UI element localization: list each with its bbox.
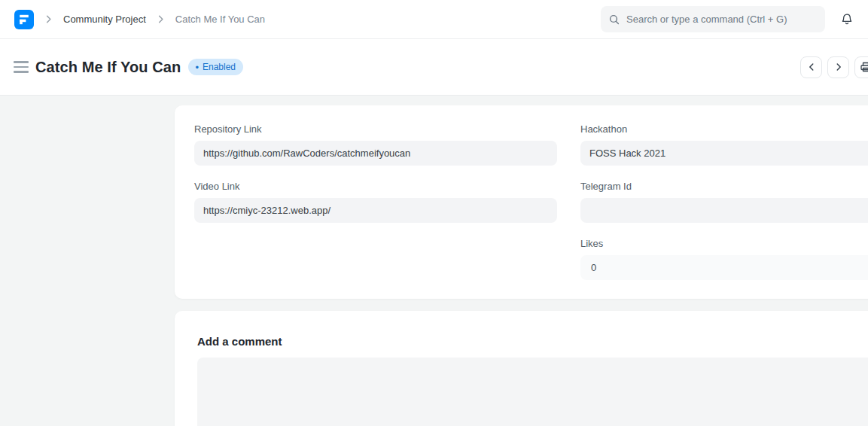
search-icon [608,14,620,26]
page-head: Catch Me If You Can • Enabled [0,39,868,96]
field-likes: Likes 0 [580,238,868,280]
comment-input[interactable] [197,358,868,426]
field-telegram-id: Telegram Id [580,181,868,223]
prev-document-button[interactable] [800,56,822,78]
telegram-id-input[interactable] [580,198,868,223]
comment-section-heading: Add a comment [197,335,868,348]
search-input[interactable] [626,14,818,25]
global-search[interactable] [601,6,825,32]
chevron-left-icon [806,62,817,72]
video-link-input[interactable] [194,198,557,223]
bell-icon [840,13,854,26]
form-column-right: Hackathon Telegram Id Likes 0 [580,123,868,280]
field-label: Repository Link [194,123,557,135]
print-button[interactable] [854,56,868,78]
hackathon-input[interactable] [580,141,868,166]
field-label: Video Link [194,181,557,192]
likes-value: 0 [580,255,868,280]
hamburger-icon [14,61,29,63]
navbar-right [601,6,854,32]
field-hackathon: Hackathon [580,123,868,166]
status-badge: • Enabled [188,59,243,75]
page-head-actions [800,56,868,78]
field-video-link: Video Link [194,181,557,223]
repository-link-input[interactable] [194,141,557,166]
frappe-logo-icon [14,10,34,29]
form-section: Repository Link Video Link Hackathon Tel… [175,105,868,299]
next-document-button[interactable] [827,56,849,78]
page-body: Repository Link Video Link Hackathon Tel… [0,96,868,426]
status-badge-label: Enabled [203,62,236,72]
sidebar-toggle-button[interactable] [14,58,29,76]
breadcrumb-item-community-project[interactable]: Community Project [63,14,146,25]
comment-section: Add a comment [175,311,868,426]
field-label: Hackathon [580,123,868,135]
chevron-right-icon [155,14,166,25]
navbar: Community Project Catch Me If You Can [0,0,868,39]
field-repository-link: Repository Link [194,123,557,166]
form-column-left: Repository Link Video Link [194,123,557,280]
notifications-button[interactable] [840,13,854,26]
field-label: Likes [580,238,868,249]
breadcrumb-item-current: Catch Me If You Can [175,14,265,25]
status-dot: • [195,62,199,72]
printer-icon [860,61,868,73]
field-label: Telegram Id [580,181,868,192]
breadcrumb: Community Project Catch Me If You Can [14,10,265,29]
app-logo-button[interactable] [14,10,34,29]
chevron-right-icon [833,62,844,72]
chevron-right-icon [43,14,54,25]
page-title: Catch Me If You Can [35,59,181,76]
